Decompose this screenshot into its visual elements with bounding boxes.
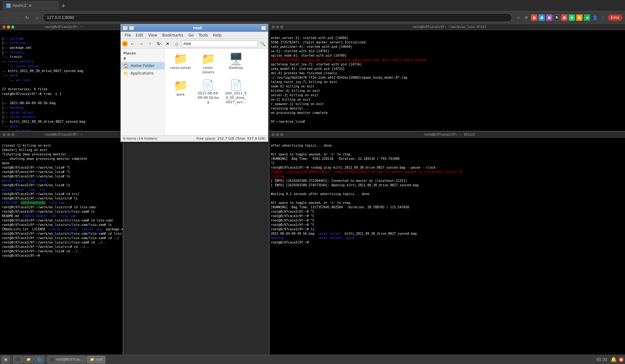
taskbar-power-icon[interactable]: ●: [619, 357, 624, 362]
ext-icon-green[interactable]: ◆: [569, 14, 575, 21]
fm-file-bag-date[interactable]: 📄 2021-08-04-09-49-56.ba g: [196, 79, 221, 106]
tab-close-btn[interactable]: ✕: [28, 3, 32, 8]
terminal-right-bottom[interactable]: root@8c97cace2c9f: ~ 101x23 after advert…: [269, 132, 625, 364]
fm-stop-btn[interactable]: ✕: [164, 40, 172, 48]
fm-items-count: 6 items (14 hidden): [123, 137, 157, 141]
taskbar-filemanager-icon: 📁: [90, 357, 94, 361]
browser-tab-novnc2[interactable]: novnc2 ✕: [3, 1, 59, 10]
fm-file-grid: 📁 ceres-solver 📁 ceres-solvers 🖥️ Deskto…: [165, 49, 268, 135]
terminal-right-top-body[interactable]: arker_server-3]: started with pid [14684…: [269, 30, 625, 130]
terminal-left-bottom-titlebar: root@8c97cace2c9f: ~: [0, 132, 123, 138]
fm-menu-help[interactable]: Help: [210, 32, 224, 38]
browser-controls: ← → ↻ ⌂ ☆ ⚙ ● ● ● K ● ◆ ● ◀ 👤 ⋮ Error: [0, 11, 625, 24]
ext-icon-red2[interactable]: ●: [561, 14, 567, 21]
fm-menu-bookmarks[interactable]: Bookmarks: [160, 32, 186, 38]
error-button[interactable]: Error: [608, 14, 622, 21]
new-tab-button[interactable]: +: [61, 2, 66, 9]
fm-file-name: ceres-solvers: [202, 66, 214, 75]
taskbar-browser-icon: 🌐: [37, 357, 42, 361]
taskbar-notification-icon[interactable]: 🔔: [611, 356, 618, 362]
fm-minimize-btn[interactable]: _: [123, 26, 128, 30]
file-manager-menubar: File Edit View Bookmarks Go Tools Help: [121, 32, 268, 39]
terminal-left-bottom[interactable]: root@8c97cace2c9f: ~ [rosout-1] killing …: [0, 132, 123, 364]
taskbar-icon-browser[interactable]: 🌐: [34, 356, 44, 363]
fm-sidebar-applications[interactable]: 📁 Applications: [121, 70, 165, 77]
home-button[interactable]: ⌂: [33, 13, 42, 22]
file-manager-content: Places ▼ 🏠 Home Folder 📁 Applications 📁: [121, 49, 268, 135]
bookmark-icon[interactable]: ☆: [515, 14, 522, 21]
file-manager: _ □ root ✕ File Edit View Bookmarks Go T…: [120, 24, 268, 142]
taskbar-icon-files[interactable]: 📁: [24, 356, 34, 363]
fm-maximize-btn[interactable]: □: [129, 26, 134, 30]
taskbar-time: 01:32: [596, 357, 610, 362]
taskbar-files-icon: 📁: [26, 357, 31, 361]
taskbar-start-btn[interactable]: ▣: [1, 356, 10, 363]
fm-file-name: kitti_2011_09_30_drive_0027_syn...: [225, 91, 247, 105]
fm-menu-view[interactable]: View: [146, 32, 159, 38]
fm-folder-icon: 📁: [201, 53, 215, 64]
taskbar-separator-2: [46, 356, 46, 363]
fm-applications-icon: 📁: [123, 71, 129, 76]
ext-icon-red[interactable]: ●: [531, 14, 537, 21]
fm-file-doc-icon: 📄: [230, 80, 242, 90]
ext-icon-purple[interactable]: ●: [546, 14, 552, 21]
file-manager-statusbar: 6 items (14 hidden) Free space: 252.7 Gi…: [121, 135, 268, 142]
taskbar-icon-term[interactable]: ⬛: [13, 356, 23, 363]
address-bar[interactable]: [43, 13, 512, 22]
menu-icon[interactable]: ⋮: [600, 14, 606, 21]
fm-home-btn[interactable]: ⌂: [172, 40, 181, 48]
fm-back-btn[interactable]: ←: [128, 40, 137, 48]
fm-sidebar-home[interactable]: 🏠 Home Folder: [121, 62, 165, 70]
ext-icon-orange[interactable]: ●: [576, 14, 583, 21]
fm-free-space: Free space: 252.7 GiB (Total: 937.9 GiB): [196, 137, 265, 141]
terminal-right-top[interactable]: root@8c97cace2c9f: ~/work/ws_lvio 97x23 …: [269, 24, 625, 131]
taskbar-terminal-label: ⬛ root@8c97cac...: [50, 357, 84, 361]
fm-file-kitti-bag[interactable]: 📄 kitti_2011_09_30_drive_0027_syn...: [223, 79, 248, 106]
fm-sidebar-places-label: Places: [121, 50, 165, 56]
fm-up-btn[interactable]: ↑: [146, 40, 154, 48]
user-icon[interactable]: 👤: [591, 14, 598, 21]
ext-icon-dark[interactable]: K: [554, 14, 560, 21]
fm-menu-tools[interactable]: Tools: [196, 32, 211, 38]
fm-file-ceres-solver[interactable]: 📁 ceres-solver: [168, 52, 193, 76]
fm-menu-edit[interactable]: Edit: [133, 32, 146, 38]
fm-file-name: work: [176, 92, 185, 97]
fm-file-work[interactable]: 📁 work: [168, 79, 193, 106]
taskbar-terminal-icon: ⬛: [16, 357, 20, 361]
fm-address-bar[interactable]: [181, 40, 258, 47]
reload-button[interactable]: ↻: [23, 13, 31, 22]
divider-v-right: [269, 24, 270, 364]
taskbar-start-icon: ▣: [4, 357, 7, 361]
ext-icon-blue[interactable]: ●: [539, 14, 545, 21]
fm-close-btn[interactable]: ✕: [261, 26, 266, 30]
taskbar: ▣ ⬛ 📁 🌐 ⬛ root@8c97cac... 📁 root 01:32 🔔…: [0, 355, 625, 364]
taskbar-item-filemanager[interactable]: 📁 root: [87, 356, 105, 363]
fm-search-btn[interactable]: 🔍: [259, 40, 267, 48]
fm-applications-label: Applications: [131, 71, 153, 76]
tab-favicon: [6, 3, 11, 8]
fm-reload-btn[interactable]: ↻: [155, 40, 163, 48]
fm-desktop-icon: 🖥️: [229, 53, 243, 64]
divider-h-right: [269, 131, 625, 132]
taskbar-item-terminal[interactable]: ⬛ root@8c97cac...: [47, 356, 86, 363]
taskbar-filemanager-label: root: [96, 357, 103, 361]
forward-button[interactable]: →: [13, 13, 21, 22]
fm-file-name: ceres-solver: [170, 66, 191, 70]
file-manager-toolbar: ⚠ ← → ↑ ↻ ✕ ⌂ 🔍: [121, 39, 268, 49]
extensions-icon[interactable]: ⚙: [523, 14, 530, 21]
ext-icon-green2[interactable]: ◀: [584, 14, 590, 21]
terminal-left-bottom-body[interactable]: [rosout-1] killing on exit [master] kill…: [0, 138, 123, 264]
fm-file-ceres-solvers[interactable]: 📁 ceres-solvers: [196, 52, 221, 76]
fm-file-desktop[interactable]: 🖥️ Desktop: [223, 52, 248, 76]
file-manager-titlebar: _ □ root ✕: [121, 24, 268, 32]
fm-warning-icon: ⚠: [122, 41, 128, 47]
fm-menu-go[interactable]: Go: [186, 32, 196, 38]
fm-menu-file[interactable]: File: [122, 32, 133, 38]
terminal-right-bottom-body[interactable]: after advertising topics... done. Hit sp…: [269, 138, 625, 250]
fm-folder-icon: 📁: [174, 53, 188, 64]
back-button[interactable]: ←: [3, 13, 11, 22]
fm-file-doc-icon: 📄: [202, 80, 215, 90]
terminal-left-top[interactable]: root@8c97cace2c9f: ~ |-- include |-- int…: [0, 24, 123, 131]
fm-sidebar: Places ▼ 🏠 Home Folder 📁 Applications: [121, 49, 165, 135]
fm-forward-btn[interactable]: →: [137, 40, 145, 48]
